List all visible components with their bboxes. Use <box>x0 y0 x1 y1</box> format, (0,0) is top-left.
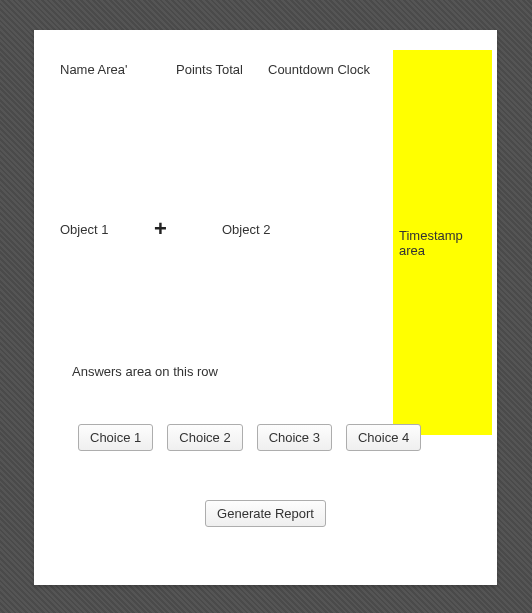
plus-wrap: + <box>154 218 222 240</box>
object-2-label: Object 2 <box>222 222 322 237</box>
object-1-label: Object 1 <box>60 222 154 237</box>
choice-3-button[interactable]: Choice 3 <box>257 424 332 451</box>
object-row: Object 1 + Object 2 <box>60 218 479 240</box>
points-total-label: Points Total <box>176 62 268 77</box>
generate-report-button[interactable]: Generate Report <box>205 500 326 527</box>
choice-2-button[interactable]: Choice 2 <box>167 424 242 451</box>
answers-area-label: Answers area on this row <box>72 364 218 379</box>
countdown-clock-label: Countdown Clock <box>268 62 388 77</box>
choices-row: Choice 1 Choice 2 Choice 3 Choice 4 <box>78 424 421 451</box>
header-row: Name Area' Points Total Countdown Clock <box>60 62 479 77</box>
timestamp-area: Timestamp area <box>393 50 492 435</box>
footer-row: Generate Report <box>34 500 497 527</box>
choice-1-button[interactable]: Choice 1 <box>78 424 153 451</box>
main-panel: Timestamp area Name Area' Points Total C… <box>34 30 497 585</box>
choice-4-button[interactable]: Choice 4 <box>346 424 421 451</box>
plus-icon: + <box>154 218 167 240</box>
name-area-label: Name Area' <box>60 62 176 77</box>
